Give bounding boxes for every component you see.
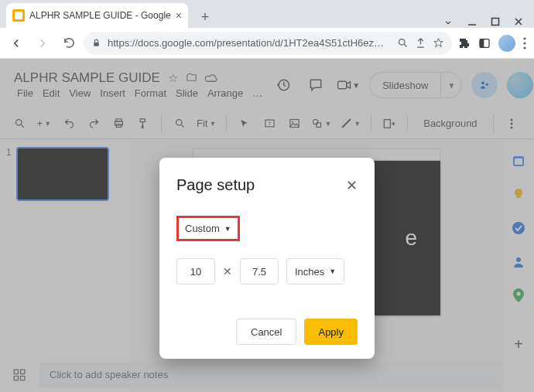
tab-close-icon[interactable]: × — [176, 9, 182, 22]
new-tab-button[interactable]: + — [194, 6, 216, 28]
extensions-icon[interactable] — [458, 37, 471, 49]
multiply-icon: ✕ — [223, 265, 232, 278]
page-setup-dialog: Page setup ✕ Custom▼ ✕ Inches▼ Cancel Ap… — [159, 158, 375, 359]
browser-tab[interactable]: ALPHR SAMPLE GUIDE - Google × — [6, 3, 188, 28]
svg-point-7 — [523, 37, 525, 39]
svg-point-3 — [399, 39, 406, 46]
dialog-close-icon[interactable]: ✕ — [346, 177, 358, 194]
svg-point-8 — [523, 42, 525, 44]
modal-overlay: Page setup ✕ Custom▼ ✕ Inches▼ Cancel Ap… — [0, 59, 534, 392]
window-minimize-icon[interactable] — [467, 17, 477, 28]
svg-line-4 — [404, 44, 406, 46]
nav-forward-button[interactable] — [31, 32, 54, 55]
url-bar[interactable]: https://docs.google.com/presentation/d/1… — [84, 32, 452, 55]
apply-button[interactable]: Apply — [304, 319, 358, 345]
svg-rect-2 — [94, 43, 99, 46]
lock-icon — [91, 38, 101, 48]
nav-reload-button[interactable] — [57, 32, 80, 55]
window-maximize-icon[interactable] — [491, 17, 500, 28]
browser-profile-avatar[interactable] — [498, 35, 515, 52]
nav-back-button[interactable] — [5, 32, 28, 55]
chevron-down-icon[interactable] — [443, 17, 454, 28]
zoom-icon[interactable] — [397, 37, 409, 49]
bookmark-star-icon[interactable] — [433, 37, 444, 49]
url-text: https://docs.google.com/presentation/d/1… — [108, 37, 391, 49]
svg-rect-6 — [480, 39, 484, 47]
share-url-icon[interactable] — [415, 37, 426, 49]
browser-titlebar: ALPHR SAMPLE GUIDE - Google × + — [0, 0, 534, 28]
slides-favicon-icon — [12, 9, 25, 22]
sidebar-toggle-icon[interactable] — [478, 37, 491, 49]
browser-menu-icon[interactable] — [523, 37, 526, 49]
svg-point-9 — [523, 46, 525, 49]
browser-address-row: https://docs.google.com/presentation/d/1… — [0, 28, 534, 59]
svg-rect-1 — [492, 19, 499, 26]
page-width-input[interactable] — [176, 258, 215, 285]
cancel-button[interactable]: Cancel — [236, 319, 296, 345]
window-close-icon[interactable] — [514, 17, 523, 28]
tab-title: ALPHR SAMPLE GUIDE - Google — [29, 10, 171, 21]
page-height-input[interactable] — [240, 258, 279, 285]
page-size-preset-dropdown[interactable]: Custom▼ — [176, 216, 240, 241]
page-unit-dropdown[interactable]: Inches▼ — [286, 258, 344, 285]
dialog-title: Page setup — [176, 176, 255, 194]
